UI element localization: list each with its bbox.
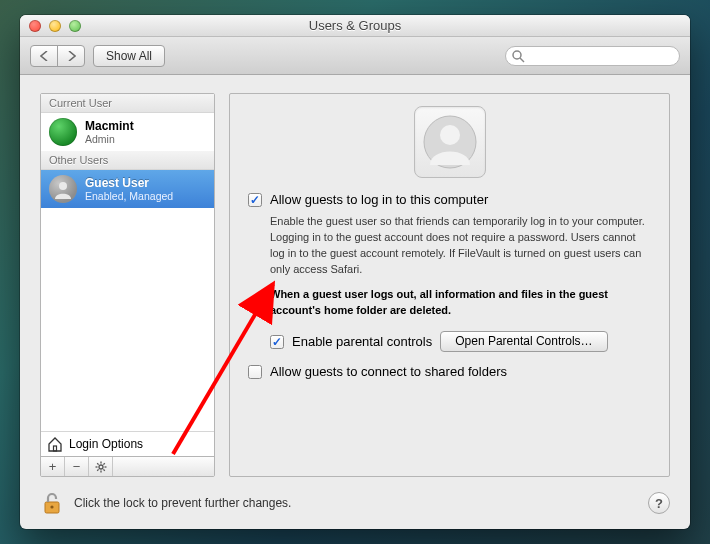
login-options-button[interactable]: Login Options	[41, 431, 214, 456]
person-icon	[53, 179, 73, 199]
shared-folders-row: Allow guests to connect to shared folder…	[248, 364, 651, 379]
svg-rect-3	[54, 446, 57, 451]
parental-controls-label: Enable parental controls	[292, 334, 432, 349]
sidebar: Current User Macmint Admin Other Users	[40, 93, 215, 477]
gear-icon	[95, 461, 107, 473]
minimize-icon[interactable]	[49, 20, 61, 32]
window: Users & Groups Show All Current User	[20, 15, 690, 529]
search-wrap	[505, 46, 680, 66]
open-parental-controls-button[interactable]: Open Parental Controls…	[440, 331, 607, 352]
lock-icon[interactable]	[40, 491, 64, 515]
svg-point-4	[99, 465, 103, 469]
allow-guest-login-description: Enable the guest user so that friends ca…	[270, 214, 651, 278]
allow-guest-login-label: Allow guests to log in to this computer	[270, 192, 488, 207]
main-panel: Allow guests to log in to this computer …	[229, 93, 670, 477]
user-status: Enabled, Managed	[85, 190, 173, 202]
login-options-label: Login Options	[69, 437, 143, 451]
remove-user-button[interactable]: −	[65, 457, 89, 476]
avatar-icon	[49, 118, 77, 146]
back-button[interactable]	[30, 45, 58, 67]
forward-button[interactable]	[57, 45, 85, 67]
svg-point-16	[50, 505, 53, 508]
user-name: Guest User	[85, 176, 173, 190]
help-button[interactable]: ?	[648, 492, 670, 514]
show-all-button[interactable]: Show All	[93, 45, 165, 67]
sidebar-footer: + −	[41, 456, 214, 476]
svg-line-11	[103, 463, 104, 464]
svg-line-10	[103, 469, 104, 470]
chevron-left-icon	[40, 51, 49, 61]
lock-text: Click the lock to prevent further change…	[74, 496, 291, 510]
parental-controls-checkbox[interactable]	[270, 335, 284, 349]
avatar-icon	[49, 175, 77, 203]
action-menu-button[interactable]	[89, 457, 113, 476]
nav-segment	[30, 45, 85, 67]
svg-line-12	[97, 469, 98, 470]
parental-controls-row: Enable parental controls Open Parental C…	[270, 331, 651, 352]
svg-point-14	[440, 125, 460, 145]
svg-line-9	[97, 463, 98, 464]
svg-point-2	[59, 182, 67, 190]
user-avatar-well[interactable]	[414, 106, 486, 178]
zoom-icon[interactable]	[69, 20, 81, 32]
shared-folders-label: Allow guests to connect to shared folder…	[270, 364, 507, 379]
bottom-bar: Click the lock to prevent further change…	[40, 477, 670, 515]
allow-guest-login-warning: When a guest user logs out, all informat…	[270, 287, 651, 319]
allow-guest-login-checkbox[interactable]	[248, 193, 262, 207]
add-user-button[interactable]: +	[41, 457, 65, 476]
window-title: Users & Groups	[20, 18, 690, 33]
content: Current User Macmint Admin Other Users	[20, 75, 690, 529]
close-icon[interactable]	[29, 20, 41, 32]
traffic-lights	[29, 20, 81, 32]
house-icon	[47, 436, 63, 452]
titlebar: Users & Groups	[20, 15, 690, 37]
allow-guest-login-row: Allow guests to log in to this computer	[248, 192, 651, 207]
shared-folders-checkbox[interactable]	[248, 365, 262, 379]
person-icon	[423, 115, 477, 169]
columns: Current User Macmint Admin Other Users	[40, 93, 670, 477]
sidebar-item-guest-user[interactable]: Guest User Enabled, Managed	[41, 170, 214, 208]
sidebar-item-current-user[interactable]: Macmint Admin	[41, 113, 214, 151]
user-name: Macmint	[85, 119, 134, 133]
toolbar: Show All	[20, 37, 690, 75]
sidebar-header-other: Other Users	[41, 151, 214, 170]
chevron-right-icon	[67, 51, 76, 61]
search-input[interactable]	[505, 46, 680, 66]
user-role: Admin	[85, 133, 134, 145]
sidebar-header-current: Current User	[41, 94, 214, 113]
